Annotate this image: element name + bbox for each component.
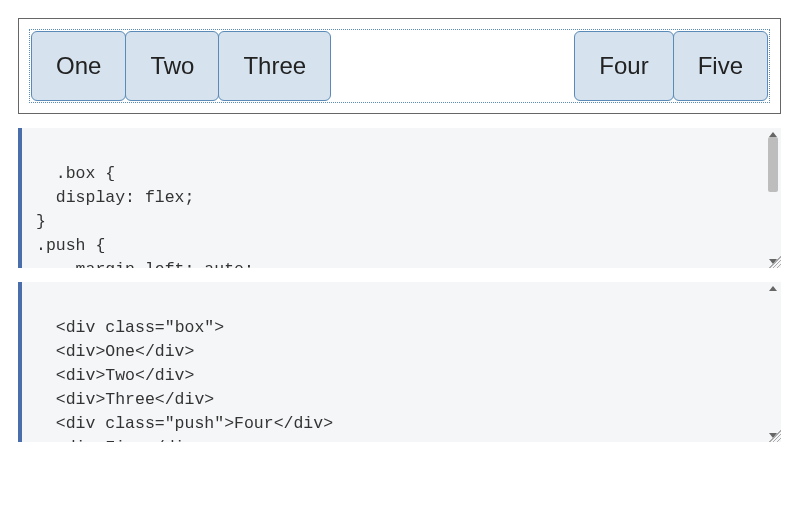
css-code-panel: .box { display: flex; } .push { margin-l…: [18, 128, 781, 268]
flex-box: OneTwoThreeFourFive: [29, 29, 770, 103]
css-code-text: .box { display: flex; } .push { margin-l…: [36, 164, 254, 268]
live-example-container: OneTwoThreeFourFive: [18, 18, 781, 114]
flex-item: One: [31, 31, 126, 101]
scroll-up-icon[interactable]: [769, 286, 777, 291]
flex-item: Five: [673, 31, 768, 101]
resize-grip-icon[interactable]: [769, 430, 781, 442]
html-code-panel: <div class="box"> <div>One</div> <div>Tw…: [18, 282, 781, 442]
flex-item: Three: [218, 31, 331, 101]
resize-grip-icon[interactable]: [769, 256, 781, 268]
scrollbar[interactable]: [767, 132, 779, 264]
scroll-thumb[interactable]: [768, 137, 778, 192]
scrollbar[interactable]: [767, 286, 779, 438]
flex-item: Two: [125, 31, 219, 101]
html-code-text: <div class="box"> <div>One</div> <div>Tw…: [36, 318, 333, 442]
flex-item: Four: [574, 31, 673, 101]
